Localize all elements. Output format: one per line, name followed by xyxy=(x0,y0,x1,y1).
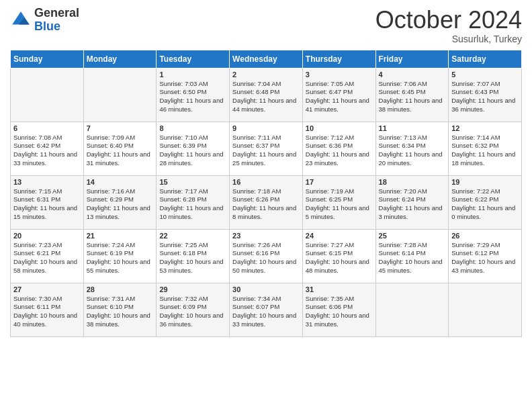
location-subtitle: Susurluk, Turkey xyxy=(375,34,522,44)
calendar-cell xyxy=(11,68,84,122)
day-number: 12 xyxy=(451,124,519,132)
calendar-cell xyxy=(375,283,449,336)
cell-content: Sunrise: 7:12 AM Sunset: 6:36 PM Dayligh… xyxy=(306,134,373,168)
calendar-cell: 21Sunrise: 7:24 AM Sunset: 6:19 PM Dayli… xyxy=(83,229,157,283)
day-number: 27 xyxy=(13,285,81,293)
cell-content: Sunrise: 7:19 AM Sunset: 6:25 PM Dayligh… xyxy=(306,187,373,222)
cell-content: Sunrise: 7:11 AM Sunset: 6:37 PM Dayligh… xyxy=(232,134,300,168)
day-number: 8 xyxy=(159,124,226,132)
column-header-wednesday: Wednesday xyxy=(230,50,303,68)
day-number: 16 xyxy=(232,178,300,186)
cell-content: Sunrise: 7:28 AM Sunset: 6:14 PM Dayligh… xyxy=(379,241,446,275)
calendar-cell: 24Sunrise: 7:27 AM Sunset: 6:15 PM Dayli… xyxy=(302,229,375,283)
cell-content: Sunrise: 7:03 AM Sunset: 6:50 PM Dayligh… xyxy=(159,80,226,114)
day-number: 21 xyxy=(87,232,154,240)
logo-icon xyxy=(10,9,32,31)
calendar-cell xyxy=(449,283,522,336)
day-number: 17 xyxy=(306,178,373,186)
header-row: SundayMondayTuesdayWednesdayThursdayFrid… xyxy=(11,50,522,68)
week-row-1: 1Sunrise: 7:03 AM Sunset: 6:50 PM Daylig… xyxy=(11,68,522,122)
calendar-cell xyxy=(83,68,157,122)
calendar-cell: 8Sunrise: 7:10 AM Sunset: 6:39 PM Daylig… xyxy=(157,122,230,175)
day-number: 13 xyxy=(13,178,81,186)
cell-content: Sunrise: 7:15 AM Sunset: 6:31 PM Dayligh… xyxy=(13,187,81,222)
calendar-cell: 13Sunrise: 7:15 AM Sunset: 6:31 PM Dayli… xyxy=(11,175,84,229)
calendar-cell: 23Sunrise: 7:26 AM Sunset: 6:16 PM Dayli… xyxy=(230,229,303,283)
column-header-monday: Monday xyxy=(83,50,157,68)
cell-content: Sunrise: 7:32 AM Sunset: 6:09 PM Dayligh… xyxy=(159,295,226,329)
calendar-cell: 7Sunrise: 7:09 AM Sunset: 6:40 PM Daylig… xyxy=(83,122,157,175)
calendar-cell: 12Sunrise: 7:14 AM Sunset: 6:32 PM Dayli… xyxy=(449,122,522,175)
calendar-cell: 28Sunrise: 7:31 AM Sunset: 6:10 PM Dayli… xyxy=(83,283,157,336)
cell-content: Sunrise: 7:30 AM Sunset: 6:11 PM Dayligh… xyxy=(13,295,81,329)
calendar-cell: 17Sunrise: 7:19 AM Sunset: 6:25 PM Dayli… xyxy=(302,175,375,229)
cell-content: Sunrise: 7:25 AM Sunset: 6:18 PM Dayligh… xyxy=(159,241,226,275)
column-header-thursday: Thursday xyxy=(302,50,375,68)
column-header-sunday: Sunday xyxy=(11,50,84,68)
week-row-5: 27Sunrise: 7:30 AM Sunset: 6:11 PM Dayli… xyxy=(11,283,522,336)
day-number: 1 xyxy=(159,71,226,79)
cell-content: Sunrise: 7:06 AM Sunset: 6:45 PM Dayligh… xyxy=(379,80,446,114)
calendar-cell: 1Sunrise: 7:03 AM Sunset: 6:50 PM Daylig… xyxy=(157,68,230,122)
page: General Blue October 2024 Susurluk, Turk… xyxy=(0,0,532,411)
day-number: 20 xyxy=(13,232,81,240)
calendar-cell: 19Sunrise: 7:22 AM Sunset: 6:22 PM Dayli… xyxy=(449,175,522,229)
cell-content: Sunrise: 7:18 AM Sunset: 6:26 PM Dayligh… xyxy=(232,187,300,222)
day-number: 22 xyxy=(159,232,226,240)
cell-content: Sunrise: 7:29 AM Sunset: 6:12 PM Dayligh… xyxy=(451,241,519,275)
calendar-cell: 15Sunrise: 7:17 AM Sunset: 6:28 PM Dayli… xyxy=(157,175,230,229)
cell-content: Sunrise: 7:09 AM Sunset: 6:40 PM Dayligh… xyxy=(87,134,154,168)
cell-content: Sunrise: 7:07 AM Sunset: 6:43 PM Dayligh… xyxy=(451,80,519,114)
cell-content: Sunrise: 7:20 AM Sunset: 6:24 PM Dayligh… xyxy=(379,187,446,222)
cell-content: Sunrise: 7:23 AM Sunset: 6:21 PM Dayligh… xyxy=(13,241,81,275)
cell-content: Sunrise: 7:13 AM Sunset: 6:34 PM Dayligh… xyxy=(379,134,446,168)
cell-content: Sunrise: 7:16 AM Sunset: 6:29 PM Dayligh… xyxy=(87,187,154,222)
calendar-cell: 9Sunrise: 7:11 AM Sunset: 6:37 PM Daylig… xyxy=(230,122,303,175)
calendar-cell: 3Sunrise: 7:05 AM Sunset: 6:47 PM Daylig… xyxy=(302,68,375,122)
calendar-cell: 11Sunrise: 7:13 AM Sunset: 6:34 PM Dayli… xyxy=(375,122,449,175)
day-number: 18 xyxy=(379,178,446,186)
week-row-3: 13Sunrise: 7:15 AM Sunset: 6:31 PM Dayli… xyxy=(11,175,522,229)
day-number: 15 xyxy=(159,178,226,186)
cell-content: Sunrise: 7:27 AM Sunset: 6:15 PM Dayligh… xyxy=(306,241,373,275)
calendar-cell: 29Sunrise: 7:32 AM Sunset: 6:09 PM Dayli… xyxy=(157,283,230,336)
day-number: 10 xyxy=(306,124,373,132)
calendar-cell: 30Sunrise: 7:34 AM Sunset: 6:07 PM Dayli… xyxy=(230,283,303,336)
cell-content: Sunrise: 7:34 AM Sunset: 6:07 PM Dayligh… xyxy=(232,295,300,329)
logo: General Blue xyxy=(10,7,79,34)
cell-content: Sunrise: 7:24 AM Sunset: 6:19 PM Dayligh… xyxy=(87,241,154,275)
cell-content: Sunrise: 7:04 AM Sunset: 6:48 PM Dayligh… xyxy=(232,80,300,114)
calendar-cell: 14Sunrise: 7:16 AM Sunset: 6:29 PM Dayli… xyxy=(83,175,157,229)
calendar-cell: 22Sunrise: 7:25 AM Sunset: 6:18 PM Dayli… xyxy=(157,229,230,283)
calendar-cell: 2Sunrise: 7:04 AM Sunset: 6:48 PM Daylig… xyxy=(230,68,303,122)
calendar-cell: 10Sunrise: 7:12 AM Sunset: 6:36 PM Dayli… xyxy=(302,122,375,175)
header: General Blue October 2024 Susurluk, Turk… xyxy=(10,7,522,44)
column-header-tuesday: Tuesday xyxy=(157,50,230,68)
day-number: 24 xyxy=(306,232,373,240)
calendar-cell: 20Sunrise: 7:23 AM Sunset: 6:21 PM Dayli… xyxy=(11,229,84,283)
cell-content: Sunrise: 7:05 AM Sunset: 6:47 PM Dayligh… xyxy=(306,80,373,114)
day-number: 14 xyxy=(87,178,154,186)
calendar-cell: 5Sunrise: 7:07 AM Sunset: 6:43 PM Daylig… xyxy=(449,68,522,122)
day-number: 5 xyxy=(451,71,519,79)
cell-content: Sunrise: 7:08 AM Sunset: 6:42 PM Dayligh… xyxy=(13,134,81,168)
cell-content: Sunrise: 7:31 AM Sunset: 6:10 PM Dayligh… xyxy=(87,295,154,329)
cell-content: Sunrise: 7:35 AM Sunset: 6:06 PM Dayligh… xyxy=(306,295,373,329)
week-row-4: 20Sunrise: 7:23 AM Sunset: 6:21 PM Dayli… xyxy=(11,229,522,283)
column-header-saturday: Saturday xyxy=(449,50,522,68)
day-number: 19 xyxy=(451,178,519,186)
day-number: 25 xyxy=(379,232,446,240)
calendar-cell: 16Sunrise: 7:18 AM Sunset: 6:26 PM Dayli… xyxy=(230,175,303,229)
day-number: 29 xyxy=(159,285,226,293)
day-number: 28 xyxy=(87,285,154,293)
day-number: 2 xyxy=(232,71,300,79)
week-row-2: 6Sunrise: 7:08 AM Sunset: 6:42 PM Daylig… xyxy=(11,122,522,175)
cell-content: Sunrise: 7:10 AM Sunset: 6:39 PM Dayligh… xyxy=(159,134,226,168)
calendar-cell: 26Sunrise: 7:29 AM Sunset: 6:12 PM Dayli… xyxy=(449,229,522,283)
cell-content: Sunrise: 7:26 AM Sunset: 6:16 PM Dayligh… xyxy=(232,241,300,275)
day-number: 9 xyxy=(232,124,300,132)
calendar-table: SundayMondayTuesdayWednesdayThursdayFrid… xyxy=(10,50,522,337)
logo-general-text: General xyxy=(34,7,79,20)
title-block: October 2024 Susurluk, Turkey xyxy=(375,7,522,44)
day-number: 26 xyxy=(451,232,519,240)
